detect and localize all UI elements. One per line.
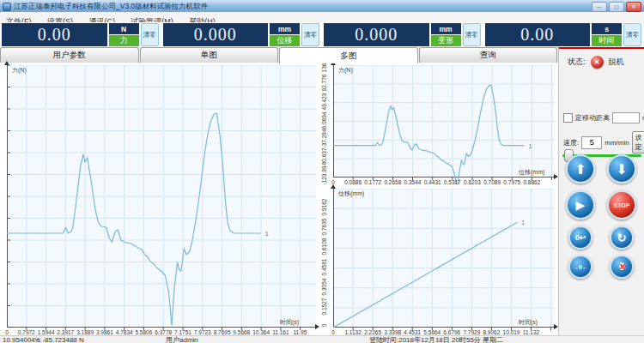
tab-user-parameters[interactable]: 用户参数 <box>0 47 139 63</box>
x-tick-label: 5.5664 <box>423 329 440 335</box>
time-label-badge: 时间 <box>592 35 622 46</box>
y-axis-title: 位移(mm) <box>338 190 364 198</box>
stop-icon: STOP <box>614 202 630 208</box>
x-tick-label: 0.5317 <box>444 179 461 185</box>
tab-single-chart[interactable]: 单图 <box>140 47 279 63</box>
close-button[interactable]: ✕ <box>626 2 641 12</box>
displacement-time-chart: 1位移(mm)时间(s)01.11322.22653.33984.45315.5… <box>320 185 558 335</box>
x-axis-title: 时间(s) <box>519 318 538 327</box>
x-tick-label: 0.1772 <box>364 179 381 185</box>
x-tick-label: 10.019 <box>503 329 520 335</box>
x-tick-label: 11.132 <box>523 329 539 335</box>
fixed-distance-input[interactable] <box>612 112 640 123</box>
x-tick-label: 8.9062 <box>483 329 500 335</box>
x-tick-label: 11.161 <box>272 329 289 335</box>
x-tick-label: 0.6203 <box>464 179 481 185</box>
displacement-badges: mm 位移 <box>270 23 300 46</box>
minimize-button[interactable]: — <box>592 2 607 12</box>
tab-query[interactable]: 查询 <box>419 47 558 63</box>
force-label-badge: 力 <box>109 35 139 46</box>
deformation-badges: mm 变形 <box>431 23 461 46</box>
app-icon <box>3 3 11 11</box>
down-arrow-icon: ⬇ <box>616 161 627 178</box>
fixed-distance-label: 定移动距离 <box>575 113 610 123</box>
x-tick-label: 2.2265 <box>364 329 381 335</box>
x-tick-label: 0.0886 <box>344 179 361 185</box>
run-button[interactable]: ▶ <box>566 190 595 220</box>
clear-zero-button[interactable]: 0 ✕ <box>610 255 634 279</box>
x-tick-label: 1.5944 <box>38 329 55 335</box>
speed-input[interactable] <box>581 136 602 149</box>
up-arrow-icon: ⬆ <box>574 161 586 178</box>
status-value: 脱机 <box>609 57 624 68</box>
x-axis-title: 时间(s) <box>280 318 299 327</box>
x-tick-label: 5.5806 <box>135 329 152 335</box>
window-title: 江苏正瑞泰邦电子科技有限公司_V3.0版材料试验拉力机软件 <box>14 2 208 12</box>
x-tick-label: 3.9861 <box>96 329 113 335</box>
x-tick-label: 0.3544 <box>404 179 422 185</box>
jog-down-button[interactable]: ⬇ <box>607 154 636 184</box>
x-tick-label: 7.7929 <box>463 329 480 335</box>
stop-button[interactable]: STOP <box>607 190 636 220</box>
displacement-label-badge: 位移 <box>270 35 300 46</box>
deformation-unit-badge: mm <box>431 23 461 34</box>
deformation-label-badge: 变形 <box>431 35 461 46</box>
deformation-readout-group: 0.000 mm 变形 清零 <box>322 22 483 47</box>
force-time-chart: 1力(N)时间(s)00.79721.59442.39173.18893.986… <box>0 63 319 335</box>
center-zero-icon: →0← <box>573 264 588 270</box>
svg-text:1: 1 <box>265 231 269 237</box>
speed-label: 速度: <box>563 138 579 147</box>
x-tick-label: 9.5668 <box>233 329 250 335</box>
tab-multi-chart[interactable]: 多图 <box>279 47 418 63</box>
maximize-button[interactable]: ▢ <box>609 2 624 12</box>
x-tick-label: 4.4531 <box>404 329 421 335</box>
fixed-distance-checkbox[interactable] <box>563 113 573 123</box>
x-tick-label: 4.7834 <box>116 329 133 335</box>
x-tick-label: 3.1889 <box>76 329 94 335</box>
force-value: 0.00 <box>2 23 107 46</box>
y-tick-label: 0.9162 <box>321 190 327 225</box>
displacement-readout-group: 0.000 mm 位移 清零 <box>161 22 323 47</box>
force-readout-group: 0.00 N 力 清零 <box>0 22 161 47</box>
svg-text:1: 1 <box>521 220 525 226</box>
x-tick-label: 3.3398 <box>384 329 401 335</box>
x-tick-label: 0.7089 <box>483 179 501 185</box>
return-zero-button[interactable]: 0↩ <box>568 226 592 250</box>
x-tick-label: 0 <box>5 329 9 335</box>
y-axis-arrow-icon <box>331 184 336 189</box>
x-tick-label: 1.1132 <box>344 329 361 335</box>
x-tick-label: 7.1751 <box>174 329 191 335</box>
x-tick-label: 0.7972 <box>18 329 35 335</box>
statusbar-force: Y: -85.723488 N <box>34 336 84 343</box>
x-tick-label: 8.7695 <box>214 329 231 335</box>
displacement-clear-button[interactable]: 清零 <box>301 23 319 46</box>
speed-unit: mm/min <box>605 139 629 147</box>
y-axis-title: 力(N) <box>338 66 353 75</box>
force-clear-button[interactable]: 清零 <box>141 23 159 46</box>
deformation-clear-button[interactable]: 清零 <box>463 23 481 46</box>
chart-canvas: 1 <box>7 65 316 334</box>
cycle-button[interactable]: ↻ <box>610 226 634 250</box>
x-tick-label: 11.95 <box>293 329 307 335</box>
offline-status-icon: ✕ <box>591 56 604 69</box>
status-bar: 10.954004 s Y: -85.723488 N 用户admin 登陆时间… <box>0 335 644 343</box>
x-tick-label: 2.3917 <box>57 329 74 335</box>
status-label: 状态: <box>568 57 586 68</box>
time-unit-badge: s <box>592 23 622 34</box>
x-tick-label: 0 <box>331 329 335 335</box>
time-readout-group: 0.00 s 时间 清零 <box>483 22 644 47</box>
x-tick-label: 0.4431 <box>424 179 441 185</box>
x-tick-label: 0.7975 <box>503 179 520 185</box>
view-tabs: 用户参数 单图 多图 查询 <box>0 47 558 63</box>
time-clear-button[interactable]: 清零 <box>623 23 641 46</box>
red-cross-icon: ✕ <box>618 262 626 272</box>
jog-up-button[interactable]: ⬆ <box>566 154 595 184</box>
x-tick-label: 6.6796 <box>443 329 460 335</box>
x-tick-label: 0.8862 <box>523 179 540 185</box>
y-axis-title: 力(N) <box>12 66 27 75</box>
center-zero-button[interactable]: →0← <box>568 255 592 279</box>
time-badges: s 时间 <box>592 23 622 46</box>
deformation-value: 0.000 <box>324 23 429 46</box>
svg-text:1: 1 <box>528 143 532 149</box>
chart-canvas: 1 <box>333 189 555 334</box>
